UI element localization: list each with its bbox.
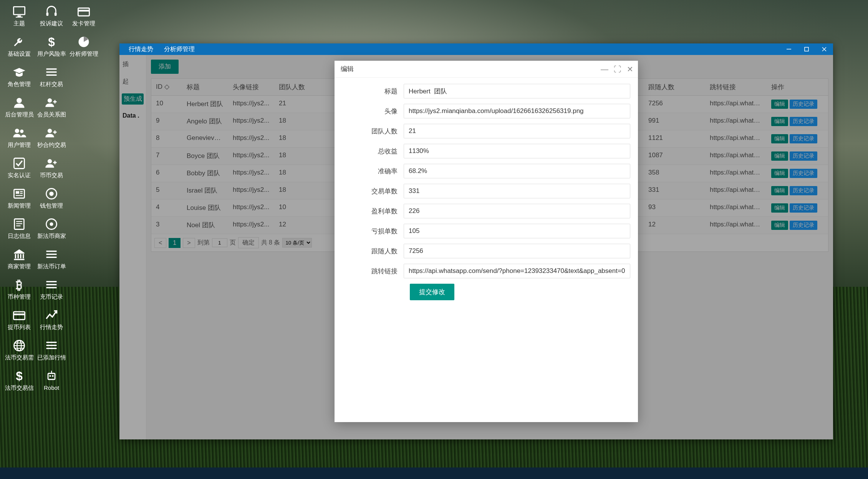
input-avatar[interactable]	[404, 104, 630, 118]
desktop-icon-新法币商家[interactable]: 新法币商家	[35, 216, 68, 241]
input-profit[interactable]	[404, 144, 630, 158]
input-title[interactable]	[404, 84, 630, 98]
svg-rect-32	[15, 254, 16, 258]
list2-icon	[45, 248, 58, 261]
input-team[interactable]	[404, 124, 630, 138]
input-link[interactable]	[404, 264, 630, 278]
svg-rect-38	[46, 254, 57, 255]
input-wins[interactable]	[404, 204, 630, 218]
svg-rect-27	[16, 221, 22, 222]
svg-rect-49	[46, 345, 57, 346]
desktop-icon-基础设置[interactable]: 基础设置	[3, 33, 35, 59]
svg-rect-56	[787, 49, 791, 50]
user-ex-icon	[45, 156, 58, 170]
minimize-button[interactable]	[780, 43, 798, 55]
pie-icon	[77, 35, 91, 49]
users-add-icon	[45, 96, 58, 110]
desktop-icon-用户风险率[interactable]: $用户风险率	[35, 33, 68, 59]
svg-rect-20	[16, 191, 19, 194]
desktop-icon-会员关系图[interactable]: 会员关系图	[35, 94, 68, 120]
svg-rect-4	[55, 12, 57, 16]
card2-icon	[12, 308, 26, 322]
close-button[interactable]	[815, 43, 833, 55]
svg-point-16	[48, 129, 52, 133]
svg-rect-9	[46, 68, 57, 70]
label-wins: 盈利单数	[342, 207, 404, 216]
maximize-button[interactable]	[798, 43, 815, 55]
desktop-icon-Robot[interactable]: Robot	[35, 368, 68, 393]
desktop-icon-后台管理员[interactable]: 后台管理员	[3, 94, 35, 120]
input-losses[interactable]	[404, 224, 630, 238]
svg-rect-35	[23, 254, 24, 258]
desktop-icon-法币交易需[interactable]: 法币交易需	[3, 337, 35, 363]
svg-rect-22	[20, 191, 23, 192]
gear-icon	[45, 217, 58, 231]
dollar2-icon: $	[12, 369, 26, 383]
label-followers: 跟随人数	[342, 247, 404, 256]
card-icon	[77, 5, 91, 18]
svg-text:₿: ₿	[16, 278, 22, 292]
svg-rect-37	[46, 251, 57, 252]
desktop-icon-新法币订单[interactable]: 新法币订单	[35, 246, 68, 272]
icon-label: 投诉建议	[40, 20, 63, 27]
desktop-icon-新闻管理[interactable]: 新闻管理	[3, 185, 35, 211]
svg-point-25	[49, 191, 53, 196]
svg-rect-23	[20, 193, 23, 194]
icon-label: 已添加行情	[37, 354, 66, 361]
input-trades[interactable]	[404, 184, 630, 198]
wrench-icon	[12, 35, 26, 49]
input-followers[interactable]	[404, 244, 630, 258]
svg-rect-44	[13, 312, 25, 319]
desktop-icon-充币记录[interactable]: 充币记录	[35, 276, 68, 302]
desktop-icon-秒合约交易[interactable]: 秒合约交易	[35, 125, 68, 150]
icon-label: 商家管理	[8, 263, 31, 270]
desktop-icon-杠杆交易[interactable]: 杠杆交易	[35, 64, 68, 90]
robot-icon	[45, 369, 58, 383]
btc-icon: ₿	[12, 278, 26, 292]
desktop-icon-主题[interactable]: 主题	[3, 3, 35, 29]
desktop-icon-投诉建议[interactable]: 投诉建议	[35, 3, 68, 29]
submit-button[interactable]: 提交修改	[410, 284, 454, 300]
icon-label: 行情走势	[40, 324, 63, 331]
tab-market[interactable]: 行情走势	[123, 43, 159, 55]
modal-minimize-icon[interactable]: —	[599, 63, 610, 75]
icon-label: 发卡管理	[72, 20, 95, 27]
user-icon	[12, 96, 26, 110]
desktop-icon-行情走势[interactable]: 行情走势	[35, 307, 68, 333]
desktop-icon-分析师管理[interactable]: 分析师管理	[68, 33, 100, 59]
label-avatar: 头像	[342, 107, 404, 116]
svg-rect-34	[20, 254, 21, 258]
svg-point-18	[48, 159, 52, 163]
desktop-icon-用户管理[interactable]: 用户管理	[3, 125, 35, 150]
svg-point-53	[49, 375, 51, 377]
desktop-icon-实名认证[interactable]: 实名认证	[3, 155, 35, 181]
desktop-icon-提币列表[interactable]: 提币列表	[3, 307, 35, 333]
taskbar[interactable]	[0, 467, 868, 479]
label-title: 标题	[342, 87, 404, 96]
icon-label: 主题	[13, 20, 25, 27]
desktop-icon-币种管理[interactable]: ₿币种管理	[3, 276, 35, 302]
titlebar: 行情走势 分析师管理	[119, 43, 833, 55]
desktop-icon-发卡管理[interactable]: 发卡管理	[68, 3, 100, 29]
desktop-icon-日志信息[interactable]: 日志信息	[3, 216, 35, 241]
user-clock-icon	[45, 126, 58, 140]
desktop-icon-角色管理[interactable]: 角色管理	[3, 64, 35, 90]
svg-text:$: $	[48, 35, 55, 49]
modal-maximize-icon[interactable]: ⛶	[612, 63, 623, 75]
log-icon	[12, 217, 26, 231]
icon-label: 法币交易需	[5, 354, 34, 361]
desktop-icon-钱包管理[interactable]: 钱包管理	[35, 185, 68, 211]
desktop-icon-已添加行情[interactable]: 已添加行情	[35, 337, 68, 363]
label-link: 跳转链接	[342, 267, 404, 276]
icon-label: 新法币订单	[37, 263, 66, 270]
desktop-icon-法币交易信[interactable]: $法币交易信	[3, 368, 35, 393]
svg-rect-3	[46, 12, 49, 16]
input-accuracy[interactable]	[404, 164, 630, 178]
svg-rect-21	[16, 195, 23, 196]
tab-analyst[interactable]: 分析师管理	[159, 43, 200, 55]
modal-close-icon[interactable]: ✕	[625, 63, 635, 75]
desktop-icon-币币交易[interactable]: 币币交易	[35, 155, 68, 181]
svg-rect-41	[46, 281, 57, 282]
svg-rect-17	[14, 158, 25, 169]
desktop-icon-商家管理[interactable]: 商家管理	[3, 246, 35, 272]
